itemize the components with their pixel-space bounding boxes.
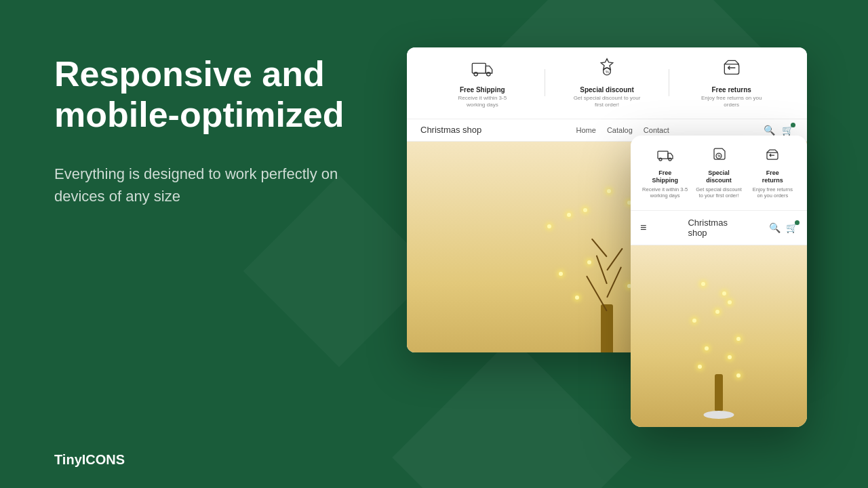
mobile-shipping-title: FreeShipping (642, 169, 688, 184)
svg-text:%: % (717, 155, 720, 158)
mobile-features: FreeShipping Receive it within 3-5 worki… (631, 136, 807, 211)
shipping-title: Free Shipping (460, 86, 505, 94)
bg-decoration-2 (392, 338, 632, 488)
brand-label: TinyICONS (54, 452, 125, 468)
mobile-nav-icons: 🔍 🛒 (769, 222, 797, 233)
mobile-feature-shipping: FreeShipping Receive it within 3-5 worki… (642, 146, 688, 199)
mobile-shipping-desc: Receive it within 3-5 working days (642, 186, 688, 200)
mobile-returns-icon (749, 146, 796, 167)
mobile-mockup: FreeShipping Receive it within 3-5 worki… (631, 136, 807, 427)
left-panel: Responsive and mobile-optimized Everythi… (54, 54, 380, 207)
svg-text:%: % (606, 70, 609, 74)
shipping-desc: Receive it within 3-5 working days (448, 95, 516, 109)
mobile-returns-title: Freereturns (749, 169, 796, 184)
search-icon[interactable]: 🔍 (764, 125, 775, 136)
discount-icon: % (596, 57, 618, 83)
returns-desc: Enjoy free returns on you orders (698, 95, 766, 109)
mobile-search-icon[interactable]: 🔍 (769, 222, 781, 233)
desktop-feature-returns: Free returns Enjoy free returns on you o… (669, 57, 793, 109)
mobile-cart-badge (795, 220, 800, 225)
tree-trunk (601, 304, 613, 352)
sub-text: Everything is designed to work perfectly… (54, 163, 380, 207)
nav-catalog[interactable]: Catalog (607, 126, 633, 134)
mobile-cart-icon[interactable]: 🛒 (786, 222, 797, 233)
nav-home[interactable]: Home (576, 126, 596, 134)
mobile-discount-icon: % (695, 146, 742, 167)
discount-title: Special discount (580, 86, 633, 94)
svg-point-7 (669, 158, 671, 161)
mobile-returns-desc: Enjoy free returns on you orders (749, 186, 796, 200)
nav-logo: Christmas shop (420, 125, 481, 135)
desktop-feature-discount: % Special discount Get special discount … (545, 57, 669, 109)
mobile-logo: Christmas shop (688, 218, 728, 238)
svg-rect-5 (658, 151, 668, 159)
discount-desc: Get special discount to your first order… (573, 95, 641, 109)
mobile-discount-desc: Get special discount to your first order… (695, 186, 742, 200)
nav-icons: 🔍 🛒 (764, 125, 793, 136)
desktop-topbar: Free Shipping Receive it within 3-5 work… (407, 47, 807, 119)
nav-contact[interactable]: Contact (644, 126, 669, 134)
mobile-discount-title: Specialdiscount (695, 169, 742, 184)
cart-badge (791, 123, 795, 127)
mobile-truck-icon (642, 146, 688, 167)
mobile-hero: 🔍 (631, 245, 807, 427)
mobile-feature-returns: Freereturns Enjoy free returns on you or… (749, 146, 796, 199)
nav-links: Home Catalog Contact (576, 126, 669, 134)
desktop-feature-shipping: Free Shipping Receive it within 3-5 work… (420, 57, 545, 109)
mobile-feature-discount: % Specialdiscount Get special discount t… (695, 146, 742, 199)
svg-point-6 (659, 158, 662, 161)
mobile-nav: ≡ Christmas shop 🔍 🛒 (631, 211, 807, 245)
main-heading: Responsive and mobile-optimized (54, 54, 380, 136)
returns-icon (721, 57, 743, 83)
truck-icon (471, 57, 493, 83)
hamburger-icon[interactable]: ≡ (640, 222, 646, 234)
cart-icon[interactable]: 🛒 (782, 125, 793, 136)
svg-rect-0 (473, 63, 486, 73)
returns-title: Free returns (712, 86, 751, 94)
